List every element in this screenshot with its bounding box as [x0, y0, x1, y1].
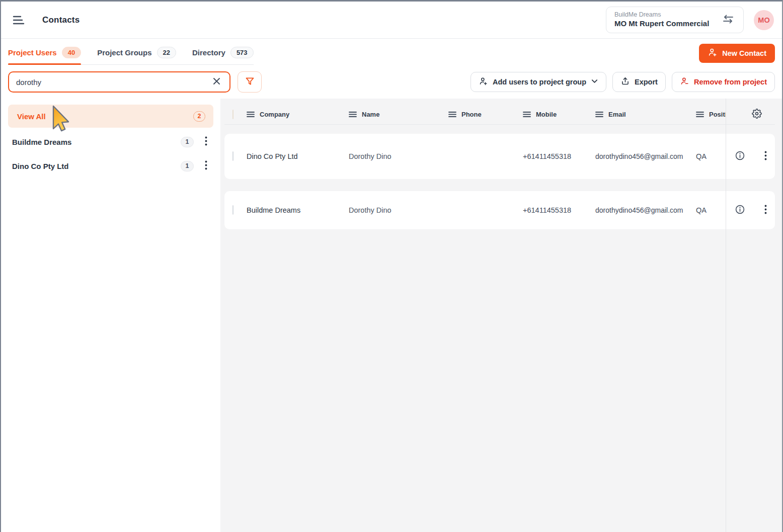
search-box — [8, 71, 230, 93]
row-info-button[interactable] — [733, 202, 747, 218]
column-header-position[interactable]: Position — [696, 111, 726, 118]
row-kebab-menu-button[interactable] — [762, 149, 769, 164]
select-all-checkbox[interactable] — [232, 110, 233, 119]
hamburger-icon — [12, 15, 25, 26]
drag-handle-icon — [523, 111, 531, 118]
tab-label: Project Users — [8, 48, 57, 57]
tab-bar: Project Users 40 Project Groups 22 Direc… — [8, 45, 254, 65]
clear-search-button[interactable] — [210, 75, 223, 89]
drag-handle-icon — [696, 111, 704, 118]
tab-count-badge: 40 — [62, 47, 81, 58]
company-kebab-menu-button[interactable] — [201, 157, 211, 174]
table-header-row: Company Name Phone — [224, 105, 775, 125]
filter-button[interactable] — [238, 71, 262, 93]
column-label: Phone — [461, 111, 482, 118]
app-header: Contacts BuildMe Dreams MO Mt Rupert Com… — [1, 2, 782, 38]
column-header-email[interactable]: Email — [595, 111, 696, 118]
search-row: Add users to project group Export — [8, 71, 775, 93]
table-row[interactable]: Buildme Dreams Dorothy Dino +61411455318… — [224, 191, 775, 229]
info-icon — [735, 150, 745, 162]
remove-label: Remove from project — [694, 78, 767, 86]
column-label: Position — [709, 111, 726, 118]
export-button[interactable]: Export — [612, 72, 666, 92]
tab-label: Directory — [192, 48, 225, 57]
bulk-actions: Add users to project group Export — [471, 72, 775, 92]
column-label: Mobile — [536, 111, 557, 118]
company-label: Buildme Dreams — [12, 138, 71, 146]
company-count-badge: 1 — [181, 161, 194, 171]
contacts-page: Contacts BuildMe Dreams MO Mt Rupert Com… — [0, 0, 783, 532]
gear-icon — [752, 109, 762, 120]
company-kebab-menu-button[interactable] — [201, 133, 211, 150]
close-icon — [212, 77, 221, 87]
contacts-table-area: Company Name Phone — [220, 99, 782, 532]
tab-directory[interactable]: Directory 573 — [192, 45, 254, 64]
row-checkbox[interactable] — [232, 205, 233, 215]
row-kebab-menu-button[interactable] — [762, 203, 769, 218]
drag-handle-icon — [595, 111, 603, 118]
drag-handle-icon — [349, 111, 357, 118]
export-label: Export — [635, 78, 658, 86]
column-header-phone[interactable]: Phone — [448, 111, 523, 118]
cell-company: Dino Co Pty Ltd — [247, 152, 349, 160]
new-contact-button[interactable]: New Contact — [699, 44, 775, 63]
new-contact-label: New Contact — [722, 49, 766, 57]
cell-position: QA — [696, 152, 726, 160]
table-row[interactable]: Dino Co Pty Ltd Dorothy Dino +6141145531… — [224, 134, 775, 179]
sidebar-item-dino-co[interactable]: Dino Co Pty Ltd 1 — [8, 154, 213, 178]
column-header-name[interactable]: Name — [349, 111, 448, 118]
remove-from-project-button[interactable]: Remove from project — [672, 72, 775, 92]
cell-name: Dorothy Dino — [349, 152, 448, 160]
drag-handle-icon — [247, 111, 255, 118]
toolbar: Project Users 40 Project Groups 22 Direc… — [1, 39, 782, 99]
company-sidebar: View All 2 Buildme Dreams 1 Dino Co Pty … — [1, 99, 220, 532]
column-header-mobile[interactable]: Mobile — [523, 111, 595, 118]
org-name: BuildMe Dreams — [614, 11, 709, 19]
cell-email: dorothydino456@gmail.com — [595, 206, 696, 214]
funnel-icon — [245, 76, 255, 88]
tabs-row: Project Users 40 Project Groups 22 Direc… — [8, 45, 775, 65]
page-title: Contacts — [42, 15, 80, 25]
column-settings-button[interactable] — [750, 107, 764, 122]
project-selector-text: BuildMe Dreams MO Mt Rupert Commercial — [614, 11, 709, 28]
kebab-icon — [205, 136, 207, 147]
drag-handle-icon — [448, 111, 456, 118]
cell-position: QA — [696, 206, 726, 214]
row-checkbox[interactable] — [232, 151, 233, 161]
user-minus-icon — [680, 77, 689, 87]
add-users-to-group-button[interactable]: Add users to project group — [471, 72, 606, 92]
column-label: Company — [260, 111, 289, 118]
search-input[interactable] — [16, 78, 210, 86]
hamburger-menu-button[interactable] — [9, 12, 28, 29]
column-label: Email — [608, 111, 626, 118]
tab-label: Project Groups — [97, 48, 151, 57]
sidebar-item-view-all[interactable]: View All 2 — [8, 105, 213, 128]
row-info-button[interactable] — [733, 148, 747, 164]
tab-project-users[interactable]: Project Users 40 — [8, 45, 81, 64]
add-users-label: Add users to project group — [493, 78, 586, 86]
kebab-icon — [764, 205, 767, 216]
content-area: View All 2 Buildme Dreams 1 Dino Co Pty … — [1, 99, 782, 532]
chevron-down-icon — [591, 77, 598, 86]
tab-count-badge: 22 — [157, 47, 176, 58]
cell-company: Buildme Dreams — [247, 206, 349, 214]
user-plus-icon — [708, 48, 718, 59]
tab-count-badge: 573 — [230, 47, 254, 58]
column-header-company[interactable]: Company — [247, 111, 349, 118]
switch-project-icon — [722, 14, 734, 27]
user-avatar[interactable]: MO — [754, 10, 774, 30]
project-selector[interactable]: BuildMe Dreams MO Mt Rupert Commercial — [606, 7, 744, 33]
company-count-badge: 1 — [181, 137, 194, 147]
column-label: Name — [362, 111, 379, 118]
kebab-icon — [205, 160, 207, 171]
user-plus-icon — [479, 77, 488, 87]
cell-name: Dorothy Dino — [349, 206, 448, 214]
cell-mobile: +61411455318 — [523, 152, 595, 160]
cell-email: dorothydino456@gmail.com — [595, 152, 696, 160]
pinned-column-divider — [726, 99, 726, 532]
view-all-label: View All — [17, 112, 46, 121]
view-all-count-badge: 2 — [193, 111, 205, 122]
sidebar-item-buildme-dreams[interactable]: Buildme Dreams 1 — [8, 130, 213, 154]
tab-project-groups[interactable]: Project Groups 22 — [97, 45, 176, 64]
company-label: Dino Co Pty Ltd — [12, 162, 69, 170]
